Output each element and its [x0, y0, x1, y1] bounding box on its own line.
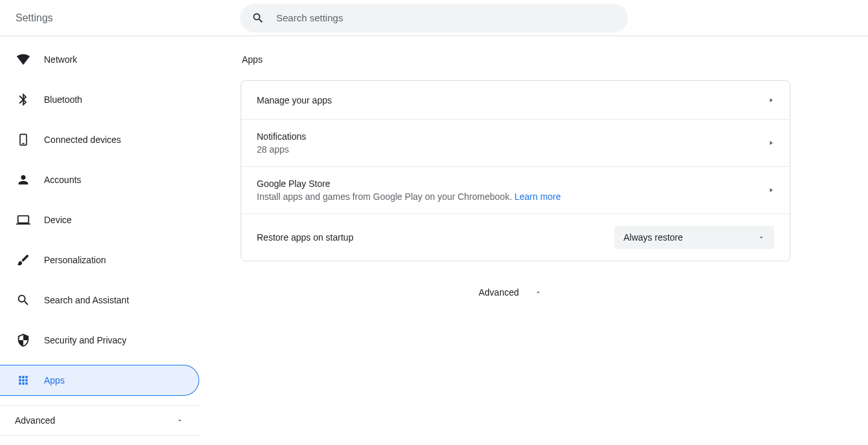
chevron-right-icon — [768, 140, 774, 146]
row-play-store[interactable]: Google Play Store Install apps and games… — [241, 167, 790, 214]
security-icon — [16, 332, 31, 348]
sidebar-item-label: Personalization — [44, 255, 106, 265]
row-title: Google Play Store — [257, 179, 561, 189]
apps-icon — [16, 373, 31, 388]
sidebar-item-label: Device — [44, 215, 72, 225]
wifi-icon — [16, 52, 31, 67]
sidebar-item-apps[interactable]: Apps — [0, 365, 199, 396]
sidebar-item-security-privacy[interactable]: Security and Privacy — [0, 325, 199, 356]
sidebar-item-label: Apps — [44, 375, 65, 385]
row-subtitle: 28 apps — [257, 144, 306, 155]
search-input[interactable] — [276, 12, 618, 23]
advanced-label: Advanced — [479, 287, 519, 298]
row-title: Notifications — [257, 131, 306, 142]
sidebar-item-bluetooth[interactable]: Bluetooth — [0, 84, 199, 115]
chevron-right-icon — [768, 187, 774, 193]
sidebar-advanced-label: Advanced — [15, 415, 55, 426]
sidebar-item-label: Connected devices — [44, 135, 121, 145]
dropdown-value: Always restore — [624, 232, 683, 243]
bluetooth-icon — [16, 92, 31, 107]
chevron-down-icon — [534, 288, 542, 296]
chevron-right-icon — [768, 97, 774, 103]
row-manage-apps[interactable]: Manage your apps — [241, 81, 790, 120]
row-notifications[interactable]: Notifications 28 apps — [241, 120, 790, 167]
sidebar-item-label: Network — [44, 54, 77, 65]
sidebar-item-device[interactable]: Device — [0, 204, 199, 235]
row-restore-startup: Restore apps on startup Always restore — [241, 214, 790, 261]
sidebar-item-label: Bluetooth — [44, 94, 82, 105]
search-icon — [250, 10, 266, 26]
search-container[interactable] — [240, 4, 628, 32]
page-title: Apps — [242, 54, 263, 65]
sidebar-item-label: Accounts — [44, 175, 81, 185]
sidebar-item-label: Search and Assistant — [44, 295, 129, 305]
chevron-down-icon — [757, 233, 765, 241]
sidebar-item-accounts[interactable]: Accounts — [0, 164, 199, 195]
sidebar-item-network[interactable]: Network — [0, 44, 199, 75]
main-content: Apps Manage your apps Notifications 28 a… — [199, 36, 868, 445]
row-title: Restore apps on startup — [257, 232, 353, 243]
app-header: Settings — [0, 0, 868, 36]
devices-icon — [16, 132, 31, 147]
sidebar: Network Bluetooth Connected devices Acco… — [0, 36, 199, 445]
row-subtitle: Install apps and games from Google Play … — [257, 191, 561, 202]
search-icon — [16, 292, 31, 308]
laptop-icon — [16, 212, 31, 228]
sidebar-item-label: Security and Privacy — [44, 335, 127, 345]
app-title: Settings — [16, 12, 53, 24]
restore-dropdown[interactable]: Always restore — [614, 226, 774, 249]
sidebar-advanced-toggle[interactable]: Advanced — [0, 405, 199, 436]
main-advanced-toggle[interactable]: Advanced — [479, 287, 542, 298]
settings-card: Manage your apps Notifications 28 apps G… — [241, 80, 790, 261]
learn-more-link[interactable]: Learn more — [514, 191, 561, 202]
row-title: Manage your apps — [257, 95, 332, 105]
brush-icon — [16, 252, 31, 268]
sidebar-item-search-assistant[interactable]: Search and Assistant — [0, 285, 199, 316]
sidebar-item-connected-devices[interactable]: Connected devices — [0, 124, 199, 155]
person-icon — [16, 172, 31, 188]
chevron-down-icon — [176, 417, 184, 424]
sidebar-item-personalization[interactable]: Personalization — [0, 244, 199, 276]
